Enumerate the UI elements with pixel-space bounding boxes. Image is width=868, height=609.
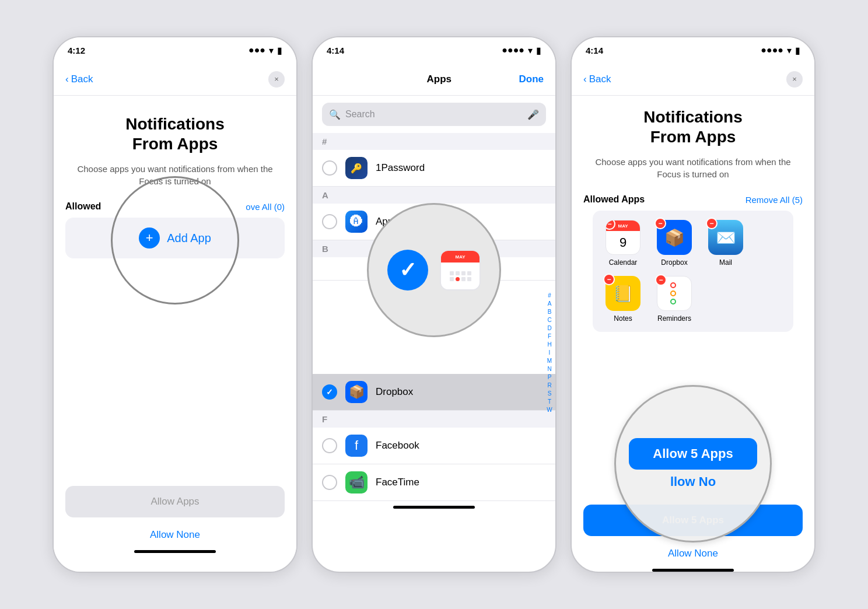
radio-1password[interactable]	[322, 160, 337, 176]
grid-label-mail: Mail	[719, 258, 732, 267]
phone-screen-2: 4:14 ●●●● ▾ ▮ Apps Done 🔍 Search 🎤 # 🔑 1…	[312, 36, 556, 573]
section-header-f: F	[313, 411, 555, 428]
grid-item-dropbox[interactable]: − 📦 Dropbox	[653, 220, 695, 267]
grid-item-notes[interactable]: − 📒 Notes	[602, 276, 644, 323]
allow-none-link-1[interactable]: Allow None	[65, 524, 285, 545]
icon-facebook: f	[345, 435, 368, 457]
wifi-icon-2: ▾	[528, 45, 533, 56]
magnifier-circle-2: ✓ MAY	[367, 203, 501, 337]
grid-item-reminders[interactable]: −	[653, 276, 695, 323]
allow-none-text-1: Allow None	[150, 529, 200, 540]
battery-icon: ▮	[277, 45, 282, 56]
allow-apps-label-1: Allow Apps	[150, 496, 199, 508]
section-header-hash: #	[313, 133, 555, 150]
nav-bar-2: Apps Done	[313, 63, 555, 96]
cal-dot	[450, 271, 454, 275]
wifi-icon-3: ▾	[787, 45, 792, 56]
home-indicator-1	[134, 550, 216, 553]
icon-reminders-grid: −	[657, 276, 692, 311]
app-name-facetime: FaceTime	[376, 477, 419, 488]
cal-header-2: MAY	[441, 251, 480, 262]
close-icon-1: ×	[274, 75, 279, 83]
home-indicator-2	[393, 506, 475, 509]
close-icon-3: ×	[792, 75, 797, 83]
allow-none-link-3[interactable]: Allow None	[583, 543, 803, 564]
add-app-button-1[interactable]: + Add App	[65, 218, 285, 258]
icon-appstore: 🅐	[345, 211, 368, 233]
app-name-1password: 1Password	[376, 162, 425, 174]
remove-all-link-3[interactable]: Remove All (5)	[746, 195, 803, 205]
mag-calendar-2: MAY	[440, 250, 481, 290]
status-icons-2: ●●●● ▾ ▮	[502, 45, 541, 56]
mag-checkmark-2: ✓	[387, 250, 428, 290]
icon-facetime: 📹	[345, 471, 368, 494]
minus-badge-reminders: −	[655, 274, 667, 286]
add-app-label: Add App	[167, 232, 211, 245]
phone-screen-3: 4:14 ●●●● ▾ ▮ ‹ Back × NotificationsFrom…	[570, 36, 816, 573]
close-button-1[interactable]: ×	[268, 71, 285, 88]
add-app-plus-icon: +	[139, 228, 160, 249]
signal-icon: ●●●	[249, 45, 265, 55]
grid-item-mail[interactable]: − ✉️ Mail	[705, 220, 747, 267]
nav-title-2: Apps	[427, 74, 452, 85]
status-time-1: 4:12	[68, 46, 85, 55]
allow-apps-button-1[interactable]: Allow Apps	[65, 486, 285, 517]
radio-appstore[interactable]	[322, 214, 337, 229]
grid-label-notes: Notes	[614, 314, 632, 323]
cal-month-2: MAY	[455, 254, 465, 260]
icon-dropbox: 📦	[345, 381, 368, 403]
search-placeholder-2: Search	[345, 109, 523, 120]
icon-1password: 🔑	[345, 157, 368, 179]
signal-icon-3: ●●●●	[761, 45, 783, 55]
back-label-1: Back	[71, 74, 93, 85]
allowed-label-3: Allowed Apps	[583, 194, 645, 205]
allowed-apps-grid-3: − MAY 9 Calendar	[593, 211, 793, 332]
status-bar-3: 4:14 ●●●● ▾ ▮	[572, 37, 814, 63]
nav-bar-3: ‹ Back ×	[572, 63, 814, 96]
allow-none-text-3: Allow None	[668, 548, 718, 559]
phone-screen-1: 4:12 ●●● ▾ ▮ ‹ Back × NotificationsFrom …	[52, 36, 298, 573]
mic-icon-2: 🎤	[527, 109, 539, 120]
back-label-3: Back	[589, 74, 611, 85]
icon-calendar-grid: − MAY 9	[606, 220, 640, 255]
radio-facetime[interactable]	[322, 475, 337, 490]
app-row-facetime[interactable]: 📹 FaceTime	[313, 464, 555, 501]
battery-icon-2: ▮	[536, 45, 541, 56]
cal-body-2	[441, 262, 480, 289]
screen2-app-list: # 🔑 1Password A 🅐 App Store B 📦 Dropbox	[313, 133, 555, 572]
radio-facebook[interactable]	[322, 438, 337, 453]
back-button-3[interactable]: ‹ Back	[583, 74, 611, 85]
allowed-label-1: Allowed	[65, 201, 101, 212]
search-bar-2[interactable]: 🔍 Search 🎤	[322, 103, 546, 126]
close-button-3[interactable]: ×	[786, 71, 803, 88]
screen1-body: NotificationsFrom Apps Choose apps you w…	[54, 96, 296, 572]
status-time-3: 4:14	[586, 46, 603, 55]
back-button-1[interactable]: ‹ Back	[65, 74, 93, 85]
chevron-left-icon-1: ‹	[65, 74, 69, 85]
magnifier-circle-3: Allow 5 Apps llow No	[614, 385, 772, 542]
main-subtitle-1: Choose apps you want notifications from …	[65, 163, 285, 187]
app-row-facebook[interactable]: f Facebook	[313, 428, 555, 464]
battery-icon-3: ▮	[795, 45, 800, 56]
app-row-1password[interactable]: 🔑 1Password	[313, 150, 555, 187]
remove-all-text-1: ove All (0)	[246, 202, 285, 212]
section-header-a: A	[313, 187, 555, 204]
remove-all-link-1[interactable]: ove All (0)	[246, 202, 285, 212]
add-app-section: + Add App	[65, 218, 285, 263]
status-icons-1: ●●● ▾ ▮	[249, 45, 282, 56]
icon-mail-grid: − ✉️	[708, 220, 743, 255]
grid-label-dropbox: Dropbox	[661, 258, 687, 267]
allowed-apps-header-3: Allowed Apps Remove All (5)	[583, 194, 803, 205]
app-name-dropbox: Dropbox	[376, 386, 413, 398]
screen1-content: NotificationsFrom Apps Choose apps you w…	[54, 96, 296, 572]
done-button-2[interactable]: Done	[519, 74, 544, 85]
app-row-dropbox[interactable]: 📦 Dropbox	[313, 374, 555, 411]
grid-item-calendar[interactable]: − MAY 9 Calendar	[602, 220, 644, 267]
search-icon-2: 🔍	[329, 109, 341, 120]
icon-notes-grid: − 📒	[606, 276, 640, 311]
wifi-icon: ▾	[269, 45, 274, 56]
signal-icon-2: ●●●●	[502, 45, 524, 55]
main-title-1: NotificationsFrom Apps	[125, 114, 225, 153]
radio-dropbox[interactable]	[322, 384, 337, 400]
home-indicator-3	[652, 569, 734, 572]
